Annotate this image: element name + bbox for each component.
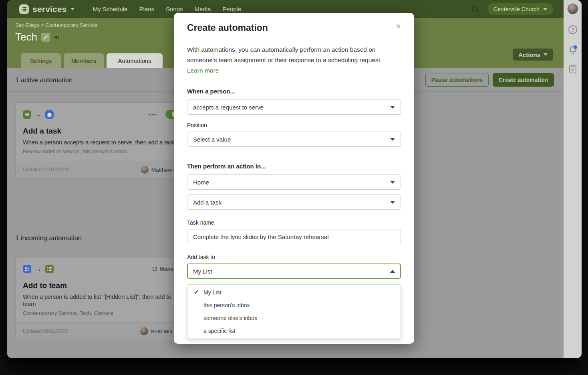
arrow-right-icon: → bbox=[35, 111, 41, 118]
card-title: Add to team bbox=[23, 281, 180, 290]
caret-down-icon bbox=[390, 138, 395, 141]
external-link-icon bbox=[152, 266, 157, 272]
card-updated: Updated 12/15/2023 bbox=[23, 167, 68, 172]
owner-avatar bbox=[140, 327, 148, 335]
card-footer: Updated 12/15/2023 Matthew Gil bbox=[16, 161, 187, 178]
automation-card-add-to-team[interactable]: → bbox=[15, 257, 187, 340]
nav-item-media[interactable]: Media bbox=[194, 6, 211, 12]
chevron-down-icon bbox=[70, 8, 75, 10]
create-automation-modal: Create automation × With automations, yo… bbox=[174, 13, 414, 344]
trigger-value: accepts a request to serve bbox=[193, 104, 264, 111]
nav-item-plans[interactable]: Plans bbox=[139, 6, 154, 12]
menu-item-a-specific-list[interactable]: a specific list bbox=[187, 324, 401, 337]
position-value: Select a value bbox=[193, 136, 231, 143]
card-details: Contemporary Service, Tech, Camera bbox=[23, 310, 180, 316]
notification-dot bbox=[574, 45, 577, 49]
owner-avatar bbox=[141, 166, 149, 174]
trigger-select[interactable]: accepts a request to serve bbox=[187, 99, 401, 115]
menu-item-label: this person's inbox bbox=[203, 302, 250, 308]
check-icon: ✓ bbox=[194, 288, 199, 296]
pencil-icon bbox=[43, 35, 48, 40]
actions-label: Actions bbox=[518, 51, 540, 58]
arrow-right-icon: → bbox=[35, 266, 41, 272]
position-label: Position bbox=[187, 122, 401, 128]
notifications-bell-icon[interactable] bbox=[568, 45, 578, 55]
search-icon[interactable] bbox=[471, 5, 479, 13]
close-icon[interactable]: × bbox=[396, 22, 401, 30]
tasks-clipboard-icon[interactable] bbox=[568, 64, 577, 74]
user-avatar[interactable] bbox=[567, 3, 578, 14]
people-app-icon bbox=[23, 265, 31, 273]
organization-switcher[interactable]: Centerville Church bbox=[487, 3, 553, 15]
tab-members[interactable]: Members bbox=[64, 53, 104, 68]
add-task-to-label: Add task to bbox=[187, 254, 401, 260]
services-list-icon bbox=[19, 4, 29, 14]
then-perform-label: Then perform an action in... bbox=[187, 163, 401, 170]
chevron-down-icon bbox=[543, 8, 547, 10]
modal-description: With automations, you can automatically … bbox=[187, 45, 401, 65]
add-task-to-dropdown-menu: ✓ My List this person's inbox someone el… bbox=[187, 284, 401, 339]
action-select[interactable]: Add a task bbox=[187, 195, 401, 210]
home-app-icon bbox=[45, 110, 54, 119]
automation-card-add-a-task[interactable]: → ⋯ Add a task When a person accepts a r… bbox=[15, 102, 187, 178]
create-automation-button[interactable]: Create automation bbox=[493, 73, 554, 87]
learn-more-link[interactable]: Learn more bbox=[187, 65, 219, 76]
caret-down-icon bbox=[390, 181, 395, 184]
logo-text: services bbox=[32, 4, 67, 14]
position-select[interactable]: Select a value bbox=[187, 132, 401, 147]
card-description: When a person is added to list "[Hidden … bbox=[23, 293, 180, 308]
add-task-to-select[interactable]: My List bbox=[187, 264, 401, 279]
caret-down-icon bbox=[390, 201, 395, 204]
nav-menu: My Schedule Plans Songs Media People bbox=[93, 6, 241, 12]
menu-item-my-list[interactable]: ✓ My List bbox=[187, 286, 401, 299]
menu-item-this-persons-inbox[interactable]: this person's inbox bbox=[187, 299, 401, 312]
actions-button[interactable]: Actions bbox=[513, 49, 553, 61]
menu-item-label: someone else's inbox bbox=[203, 315, 257, 321]
app-value: Home bbox=[193, 179, 209, 186]
services-logo-button[interactable]: services bbox=[19, 4, 75, 14]
chevron-down-icon bbox=[544, 53, 548, 56]
organization-name: Centerville Church bbox=[493, 6, 540, 12]
card-details: Review order of service, this person's i… bbox=[23, 148, 180, 154]
nav-item-songs[interactable]: Songs bbox=[166, 6, 183, 12]
active-automation-heading: 1 active automation bbox=[15, 76, 72, 84]
menu-item-someone-elses-inbox[interactable]: someone else's inbox bbox=[187, 312, 401, 324]
page-title: Tech bbox=[15, 31, 37, 43]
incoming-automation-heading: 1 incoming automation bbox=[15, 234, 82, 242]
caret-up-icon bbox=[390, 270, 395, 273]
card-updated: Updated 09/11/2023 bbox=[23, 328, 68, 334]
utility-sidebar: ? bbox=[564, 0, 582, 358]
nav-item-my-schedule[interactable]: My Schedule bbox=[93, 6, 128, 12]
card-menu-button[interactable]: ⋯ bbox=[148, 112, 157, 116]
modal-title: Create automation bbox=[187, 22, 268, 33]
tab-bar: Settings Members Automations bbox=[21, 53, 163, 68]
services-app-icon bbox=[45, 265, 54, 273]
card-footer: Updated 09/11/2023 Beth McLen bbox=[16, 322, 187, 340]
card-description: When a person accepts a request to serve… bbox=[23, 139, 180, 146]
nav-item-people[interactable]: People bbox=[222, 6, 241, 12]
svg-text:?: ? bbox=[571, 27, 574, 33]
app-select[interactable]: Home bbox=[187, 174, 401, 190]
tab-automations[interactable]: Automations bbox=[107, 53, 163, 68]
sidebar-divider bbox=[564, 39, 582, 39]
menu-item-label: a specific list bbox=[203, 328, 235, 334]
task-name-input[interactable] bbox=[187, 229, 401, 244]
app-window: services My Schedule Plans Songs Media P… bbox=[7, 0, 582, 358]
sidebar-divider bbox=[564, 19, 582, 19]
pause-automations-button[interactable]: Pause automations bbox=[425, 73, 489, 87]
tab-settings[interactable]: Settings bbox=[21, 53, 61, 68]
help-icon[interactable]: ? bbox=[568, 25, 578, 34]
caret-down-icon bbox=[390, 106, 395, 109]
edit-title-button[interactable] bbox=[41, 33, 50, 42]
services-app-icon bbox=[23, 110, 31, 119]
when-a-person-label: When a person... bbox=[187, 88, 401, 95]
action-value: Add a task bbox=[193, 199, 222, 206]
task-name-label: Task name bbox=[187, 219, 401, 226]
main-column: services My Schedule Plans Songs Media P… bbox=[7, 0, 564, 358]
audio-announcement-icon[interactable] bbox=[54, 34, 60, 40]
menu-item-label: My List bbox=[203, 289, 221, 296]
add-task-to-value: My List bbox=[193, 268, 212, 275]
card-title: Add a task bbox=[23, 127, 180, 136]
